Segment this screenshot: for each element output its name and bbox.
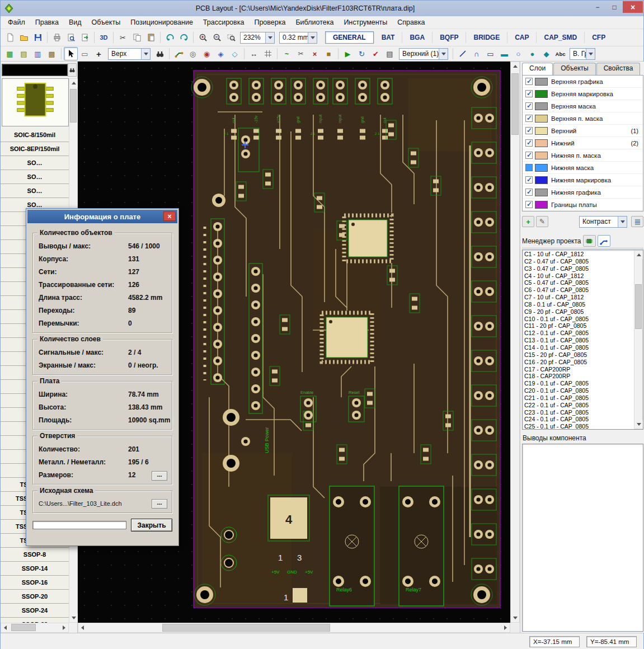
arc-tool-icon[interactable]: ∩ — [469, 47, 483, 60]
hole-sizes-button[interactable]: ... — [152, 471, 167, 481]
search-icon[interactable] — [68, 63, 77, 77]
layer-color-swatch[interactable] — [535, 90, 548, 98]
menu-item[interactable]: Позиционирование — [125, 17, 198, 28]
component-list-item[interactable]: C19 - 0.1 uf - CAP_0805 — [524, 380, 634, 387]
library-tab[interactable]: BQFP — [432, 32, 466, 43]
zoom-in-button[interactable] — [196, 31, 210, 44]
print-preview-button[interactable] — [64, 31, 78, 44]
qfp-ic-1[interactable] — [344, 215, 392, 261]
3d-view-button[interactable]: 3D — [97, 31, 111, 44]
measure-icon[interactable]: ↔ — [247, 47, 261, 60]
layer-color-swatch[interactable] — [535, 115, 548, 123]
maximize-button[interactable]: □ — [606, 1, 623, 13]
layer-color-swatch[interactable] — [535, 127, 548, 135]
component-list-item[interactable]: C22 - 0.1 uf - CAP_0805 — [524, 402, 634, 409]
layer-color-swatch[interactable] — [535, 176, 548, 184]
menu-item[interactable]: Справка — [392, 17, 430, 28]
pattern-list-item[interactable]: SOIC-8EP/150mil — [1, 142, 69, 156]
pattern-editor-icon[interactable]: ▤ — [17, 47, 31, 60]
component-list-item[interactable]: C9 - 20 pf - CAP_0805 — [524, 308, 634, 316]
split-trace-icon[interactable]: ✂ — [294, 47, 308, 60]
layer-row[interactable]: Нижняя п. маска — [523, 149, 643, 162]
layer-visibility-checkbox[interactable] — [525, 127, 533, 134]
layer-row[interactable]: Нижняя маркировка — [523, 174, 643, 186]
library-tab[interactable]: BGA — [402, 32, 432, 43]
side-select-arrow[interactable] — [141, 49, 150, 59]
layer-visibility-checkbox[interactable] — [525, 189, 533, 196]
scroll-thumb[interactable] — [635, 284, 642, 329]
pattern-list-item[interactable]: SSOP-8 — [1, 548, 69, 562]
library-tab[interactable]: CAP — [507, 32, 536, 43]
layer-row[interactable]: Верхняя п. маска — [523, 112, 643, 125]
component-list-item[interactable]: C15 - 20 pf - CAP_0805 — [524, 351, 634, 359]
scroll-down-icon[interactable] — [511, 614, 519, 622]
layer-order-button[interactable] — [631, 216, 643, 227]
component-list-item[interactable]: C21 - 0.1 uf - CAP_0805 — [524, 394, 634, 402]
components-view-button[interactable] — [583, 235, 596, 247]
component-list-item[interactable]: C2 - 0.47 uf - CAP_0805 — [524, 258, 634, 265]
canvas-vscrollbar[interactable] — [510, 62, 520, 623]
copy-icon[interactable] — [130, 31, 144, 44]
route-mode-icon[interactable]: ◉ — [200, 47, 214, 60]
scroll-down-icon[interactable] — [69, 614, 78, 622]
export-button[interactable] — [78, 31, 92, 44]
layer-row[interactable]: Верхний (1) — [523, 125, 643, 137]
copper-pour-icon[interactable]: ■ — [322, 47, 336, 60]
pattern-search-input[interactable] — [2, 64, 68, 76]
component-list-item[interactable]: C3 - 0.47 uf - CAP_0805 — [524, 265, 634, 272]
grid-select-arrow[interactable] — [308, 32, 317, 43]
layer-visibility-checkbox[interactable] — [525, 176, 533, 184]
text-tool-icon[interactable]: Abc — [553, 47, 567, 60]
layer-color-swatch[interactable] — [535, 189, 548, 196]
component-list-item[interactable]: C5 - 0.47 uf - CAP_0805 — [524, 279, 634, 286]
pattern-list-item[interactable]: SO… — [1, 184, 69, 198]
panel-tab[interactable]: Объекты — [553, 63, 596, 75]
select-cursor-icon[interactable] — [64, 47, 78, 60]
scroll-up-icon[interactable] — [69, 79, 78, 87]
component-list-scrollbar[interactable] — [634, 250, 643, 429]
layer-visibility-checkbox[interactable] — [525, 152, 533, 159]
layer-color-swatch[interactable] — [535, 78, 548, 86]
layer-color-swatch[interactable] — [535, 201, 548, 209]
graphics-layer-arrow[interactable] — [586, 49, 595, 59]
nets-view-button[interactable] — [598, 235, 610, 247]
ellipse-tool-icon[interactable]: ○ — [511, 47, 525, 60]
filled-rect-tool-icon[interactable]: ▬ — [497, 47, 511, 60]
net-highlight-icon[interactable]: ◈ — [214, 47, 228, 60]
footprint-update-icon[interactable]: ▩ — [45, 47, 59, 60]
library-tab[interactable]: CFP — [584, 32, 613, 43]
save-button[interactable] — [31, 31, 45, 44]
component-list-item[interactable]: C17 - CAP200RP — [524, 366, 634, 373]
scroll-thumb[interactable] — [162, 624, 330, 632]
search-binoculars-icon[interactable] — [153, 47, 167, 60]
library-tab[interactable]: CAP_SMD — [536, 32, 584, 43]
component-link-icon[interactable]: ▥ — [31, 47, 45, 60]
layer-row[interactable]: Нижняя графика — [523, 186, 643, 199]
menu-item[interactable]: Проверка — [249, 17, 290, 28]
active-layer-select[interactable]: Верхний (1) — [399, 48, 448, 60]
layer-color-swatch[interactable] — [535, 164, 548, 172]
place-pattern-icon[interactable]: ▦ — [3, 47, 17, 60]
layer-color-swatch[interactable] — [535, 102, 548, 110]
layer-visibility-checkbox[interactable] — [525, 115, 533, 122]
undo-button[interactable] — [163, 31, 177, 44]
scroll-thumb[interactable] — [11, 624, 36, 631]
menu-item[interactable]: Инструменты — [339, 17, 392, 28]
library-tab[interactable]: GENERAL — [325, 31, 374, 44]
panel-tab[interactable]: Свойства — [596, 63, 641, 75]
zoom-window-button[interactable] — [224, 31, 238, 44]
menu-item[interactable]: Вид — [64, 17, 87, 28]
pattern-list-item[interactable]: SSOP-14 — [1, 562, 69, 576]
scroll-down-icon[interactable] — [634, 420, 643, 429]
component-list-item[interactable]: C10 - 0.1 uf - CAP_0805 — [524, 316, 634, 323]
menu-item[interactable]: Библиотека — [290, 17, 339, 28]
pattern-list-item[interactable]: SSOP-24 — [1, 604, 69, 618]
layer-visibility-checkbox[interactable] — [525, 164, 533, 171]
layer-row[interactable]: Границы платы — [523, 199, 643, 211]
scroll-thumb[interactable] — [70, 89, 77, 123]
zoom-out-button[interactable] — [210, 31, 224, 44]
side-select[interactable]: Верх — [108, 48, 151, 60]
component-list-item[interactable]: C1 - 10 uf - CAP_1812 — [524, 251, 634, 258]
layer-row[interactable]: Верхняя графика — [523, 76, 643, 88]
component-list-item[interactable]: C18 - CAP200RP — [524, 373, 634, 380]
